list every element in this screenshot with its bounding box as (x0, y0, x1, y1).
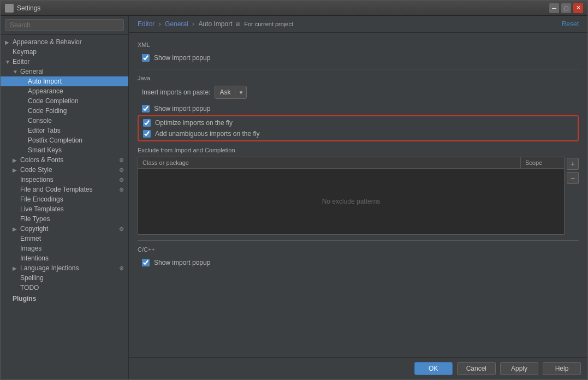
cpp-show-import-popup-row: Show import popup (142, 257, 579, 268)
sidebar-item-label: File and Code Templates (20, 186, 93, 193)
sidebar-item-console[interactable]: Console (1, 116, 128, 126)
sidebar-item-smart-keys[interactable]: Smart Keys (1, 145, 128, 155)
sidebar-item-code-folding[interactable]: Code Folding (1, 106, 128, 116)
sidebar-item-colors-fonts[interactable]: ▶ Colors & Fonts ⚙ (1, 155, 128, 165)
sidebar-item-auto-import[interactable]: Auto Import (1, 76, 128, 86)
java-show-import-popup-row: Show import popup (142, 103, 579, 114)
exclude-table-wrapper: Class or package Scope No exclude patter… (138, 157, 579, 235)
sidebar-item-language-injections[interactable]: ▶ Language Injections ⚙ (1, 263, 128, 273)
sidebar-item-label: Inspections (20, 176, 54, 183)
exclude-table-header: Class or package Scope (138, 157, 564, 169)
arrow-icon: ▶ (13, 265, 20, 271)
arrow-icon: ▼ (5, 59, 13, 65)
maximize-button[interactable]: □ (561, 3, 571, 13)
sidebar-item-file-encodings[interactable]: File Encodings (1, 194, 128, 204)
add-unambiguous-label: Add unambiguous imports on the fly (155, 130, 259, 138)
insert-imports-dropdown[interactable]: Ask ▼ (215, 86, 247, 99)
settings-icon: ⚙ (119, 187, 124, 193)
highlighted-options-box: Optimize imports on the fly Add unambigu… (138, 115, 579, 141)
sidebar-item-label: TODO (20, 284, 39, 292)
sidebar-item-inspections[interactable]: Inspections ⚙ (1, 175, 128, 185)
project-icon: 🖥 (234, 21, 240, 27)
sidebar-item-editor-tabs[interactable]: Editor Tabs (1, 126, 128, 135)
cpp-show-import-checkbox[interactable] (142, 259, 150, 266)
sidebar-item-images[interactable]: Images (1, 244, 128, 253)
sidebar-item-label: Colors & Fonts (20, 156, 63, 164)
settings-icon: ⚙ (119, 265, 124, 271)
settings-icon: ⚙ (119, 177, 124, 183)
sidebar-item-appearance-sub[interactable]: Appearance (1, 86, 128, 96)
breadcrumb-general: General (165, 20, 188, 28)
sidebar-item-label: Editor Tabs (28, 127, 61, 134)
sidebar-item-file-types[interactable]: File Types (1, 214, 128, 224)
sidebar-item-intentions[interactable]: Intentions (1, 253, 128, 263)
exclude-label: Exclude from Import and Completion (138, 147, 579, 153)
sidebar-item-file-code-templates[interactable]: File and Code Templates ⚙ (1, 185, 128, 194)
sidebar-item-plugins[interactable]: Plugins (1, 293, 128, 305)
settings-window: Settings ─ □ ✕ ▶ Appearance & Behavior (0, 0, 588, 380)
sidebar-item-label: Spelling (20, 274, 44, 282)
ok-button[interactable]: OK (414, 362, 453, 375)
exclude-table-body: No exclude patterns (138, 169, 564, 234)
java-show-import-label: Show import popup (154, 105, 210, 112)
java-show-import-checkbox[interactable] (142, 105, 150, 112)
title-bar: Settings ─ □ ✕ (1, 1, 587, 16)
minimize-button[interactable]: ─ (549, 3, 559, 13)
arrow-icon: ▶ (13, 157, 20, 163)
search-box (1, 16, 128, 35)
exclude-table-actions: + − (567, 157, 579, 235)
remove-exclude-button[interactable]: − (567, 172, 579, 184)
window-controls: ─ □ ✕ (549, 3, 583, 13)
xml-show-import-checkbox[interactable] (142, 54, 150, 62)
sidebar-item-keymap[interactable]: Keymap (1, 47, 128, 57)
col-class-package: Class or package (138, 157, 520, 168)
sidebar-item-general[interactable]: ▼ General (1, 67, 128, 76)
dropdown-arrow-icon[interactable]: ▼ (235, 86, 246, 98)
col-scope: Scope (520, 157, 564, 168)
sidebar: ▶ Appearance & Behavior Keymap ▼ Editor … (1, 16, 129, 379)
arrow-icon: ▼ (13, 69, 20, 75)
optimize-imports-checkbox[interactable] (143, 119, 151, 127)
window-icon (5, 4, 14, 13)
insert-imports-row: Insert imports on paste: Ask ▼ (142, 86, 579, 99)
for-project-label: For current project (244, 21, 293, 27)
sidebar-item-spelling[interactable]: Spelling (1, 273, 128, 283)
settings-body: XML Show import popup Java Insert import… (129, 33, 587, 357)
breadcrumb: Editor › General › Auto Import 🖥 For cur… (138, 20, 293, 28)
close-button[interactable]: ✕ (573, 3, 583, 13)
sidebar-item-label: Code Completion (28, 97, 79, 105)
breadcrumb-arrow2: › (192, 20, 196, 28)
add-unambiguous-row: Add unambiguous imports on the fly (143, 128, 578, 139)
sidebar-item-label: General (20, 68, 44, 75)
sidebar-item-emmet[interactable]: Emmet (1, 234, 128, 244)
sidebar-item-label: Emmet (20, 235, 41, 242)
sidebar-item-copyright[interactable]: ▶ Copyright ⚙ (1, 224, 128, 234)
window-title: Settings (17, 4, 549, 12)
sidebar-item-postfix-completion[interactable]: Postfix Completion (1, 135, 128, 145)
dropdown-value: Ask (215, 88, 235, 96)
sidebar-item-live-templates[interactable]: Live Templates (1, 204, 128, 214)
xml-java-divider (138, 69, 579, 69)
sidebar-item-code-completion[interactable]: Code Completion (1, 96, 128, 106)
sidebar-item-label: Live Templates (20, 205, 64, 213)
sidebar-item-todo[interactable]: TODO (1, 283, 128, 293)
sidebar-item-label: Plugins (13, 295, 36, 302)
sidebar-item-label: Images (20, 245, 41, 252)
sidebar-item-code-style[interactable]: ▶ Code Style ⚙ (1, 165, 128, 175)
sidebar-item-appearance-behavior[interactable]: ▶ Appearance & Behavior (1, 37, 128, 47)
sidebar-item-editor[interactable]: ▼ Editor (1, 57, 128, 67)
help-button[interactable]: Help (543, 362, 581, 375)
sidebar-item-label: Appearance & Behavior (13, 38, 82, 46)
search-input[interactable] (5, 19, 124, 31)
optimize-imports-row: Optimize imports on the fly (143, 117, 578, 128)
exclude-section: Exclude from Import and Completion Class… (138, 147, 579, 235)
reset-button[interactable]: Reset (562, 20, 579, 28)
java-section-label: Java (138, 75, 579, 81)
cpp-show-import-label: Show import popup (154, 259, 210, 266)
cpp-section-label: C/C++ (138, 246, 579, 253)
add-exclude-button[interactable]: + (567, 158, 579, 170)
sidebar-item-label: Copyright (20, 225, 48, 233)
apply-button[interactable]: Apply (500, 362, 538, 375)
cancel-button[interactable]: Cancel (457, 362, 496, 375)
add-unambiguous-checkbox[interactable] (143, 130, 151, 138)
